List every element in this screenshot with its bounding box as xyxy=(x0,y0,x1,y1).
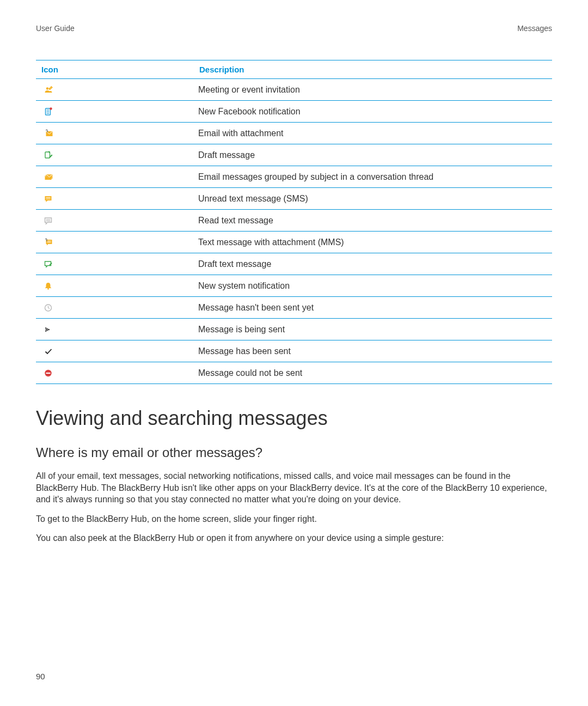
section-subtitle: Where is my email or other messages? xyxy=(36,445,552,460)
icon-description: Meeting or event invitation xyxy=(194,79,552,101)
draft-compose-icon xyxy=(36,144,194,166)
table-row: Text message with attachment (MMS) xyxy=(36,232,552,253)
icon-description: New Facebook notification xyxy=(194,101,552,123)
table-row: Meeting or event invitation xyxy=(36,79,552,101)
icon-description: New system notification xyxy=(194,275,552,297)
icon-description: Email with attachment xyxy=(194,123,552,144)
body-paragraph: You can also peek at the BlackBerry Hub … xyxy=(36,532,552,544)
icon-description: Unread text message (SMS) xyxy=(194,188,552,210)
header-left: User Guide xyxy=(36,24,75,33)
icon-description: Draft text message xyxy=(194,253,552,275)
chat-clip-icon xyxy=(36,232,194,253)
notification-doc-icon xyxy=(36,101,194,123)
table-row: Draft text message xyxy=(36,253,552,275)
table-row: Message could not be sent xyxy=(36,362,552,384)
checkmark-icon xyxy=(36,340,194,362)
chat-filled-icon xyxy=(36,188,194,210)
table-row: Message hasn't been sent yet xyxy=(36,297,552,319)
icon-description: Email messages grouped by subject in a c… xyxy=(194,166,552,188)
icon-description: Read text message xyxy=(194,210,552,232)
error-circle-icon xyxy=(36,362,194,384)
page-header: User Guide Messages xyxy=(36,24,552,33)
table-row: Email with attachment xyxy=(36,123,552,144)
table-row: Message is being sent xyxy=(36,319,552,340)
sending-icon xyxy=(36,319,194,340)
envelope-stack-icon xyxy=(36,166,194,188)
icon-description: Message is being sent xyxy=(194,319,552,340)
chat-draft-icon xyxy=(36,253,194,275)
section-title: Viewing and searching messages xyxy=(36,407,552,430)
icon-description: Text message with attachment (MMS) xyxy=(194,232,552,253)
clock-icon xyxy=(36,297,194,319)
icon-description: Draft message xyxy=(194,144,552,166)
page-number: 90 xyxy=(36,672,45,681)
envelope-clip-icon xyxy=(36,123,194,144)
table-row: Email messages grouped by subject in a c… xyxy=(36,166,552,188)
people-plus-icon xyxy=(36,79,194,101)
header-right: Messages xyxy=(517,24,552,33)
table-header-icon: Icon xyxy=(36,60,194,79)
icon-description-table: Icon Description Meeting or event invita… xyxy=(36,60,552,384)
table-row: New Facebook notification xyxy=(36,101,552,123)
table-row: New system notification xyxy=(36,275,552,297)
table-row: Read text message xyxy=(36,210,552,232)
table-row: Message has been sent xyxy=(36,340,552,362)
body-paragraph: To get to the BlackBerry Hub, on the hom… xyxy=(36,513,552,525)
body-paragraph: All of your email, text messages, social… xyxy=(36,470,552,506)
chat-outline-icon xyxy=(36,210,194,232)
icon-description: Message could not be sent xyxy=(194,362,552,384)
table-row: Draft message xyxy=(36,144,552,166)
bell-icon xyxy=(36,275,194,297)
table-header-description: Description xyxy=(194,60,552,79)
icon-description: Message hasn't been sent yet xyxy=(194,297,552,319)
table-row: Unread text message (SMS) xyxy=(36,188,552,210)
icon-description: Message has been sent xyxy=(194,340,552,362)
